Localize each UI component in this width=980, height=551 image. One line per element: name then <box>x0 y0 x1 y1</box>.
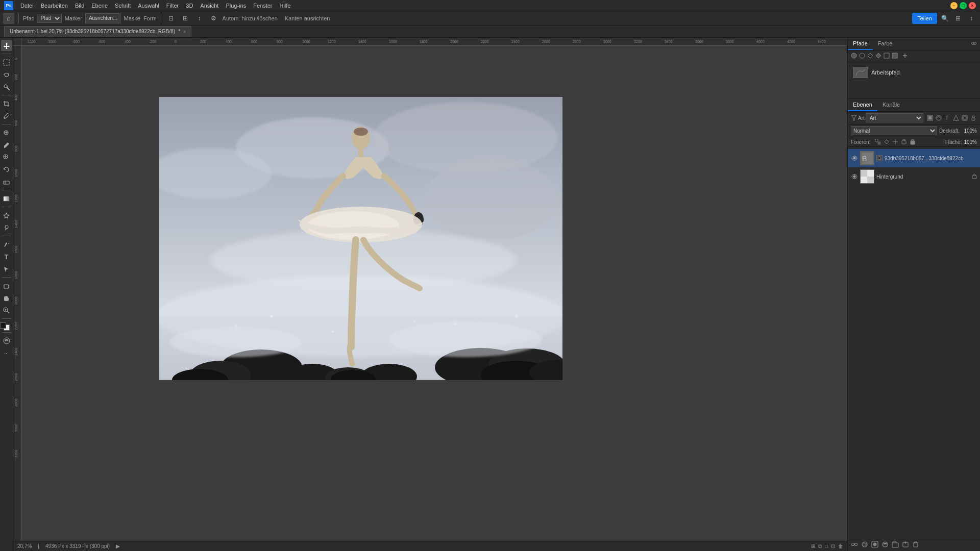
svg-point-12 <box>4 117 6 118</box>
panel-icon-chain <box>971 40 977 47</box>
settings-icon[interactable]: ⚙ <box>208 13 219 24</box>
menu-schrift[interactable]: Schrift <box>112 2 134 10</box>
eyedropper-tool[interactable] <box>1 110 12 121</box>
dodge-tool[interactable] <box>1 222 12 233</box>
gradient-tool[interactable] <box>1 193 12 204</box>
svg-text:fx: fx <box>864 542 868 547</box>
ausrichten-button[interactable]: Ausrichten... <box>85 13 121 23</box>
crop-tool[interactable] <box>1 98 12 109</box>
move-tool[interactable] <box>1 40 12 51</box>
svg-marker-0 <box>4 42 10 49</box>
arrange-icon[interactable]: ⊞ <box>952 13 964 24</box>
paths-tab[interactable]: Pfade <box>848 38 873 50</box>
menu-hilfe[interactable]: Hilfe <box>276 2 293 10</box>
quick-mask-button[interactable] <box>1 335 12 346</box>
kanaele-tab[interactable]: Kanäle <box>877 99 905 111</box>
rotate-icon[interactable]: ↕ <box>194 13 205 24</box>
menu-bild[interactable]: Bild <box>72 2 87 10</box>
transform-icon[interactable]: ⊞ <box>180 13 191 24</box>
brush-tool[interactable] <box>1 139 12 151</box>
clone-tool[interactable] <box>1 152 12 163</box>
menu-filter[interactable]: Filter <box>163 2 182 10</box>
menu-3d[interactable]: 3D <box>183 2 196 10</box>
svg-text:200: 200 <box>14 74 18 80</box>
layer-row-smart-object[interactable]: B 93db395218b057...330cfde8922cb <box>848 149 980 167</box>
path-square2-icon <box>892 53 898 60</box>
menu-ebene[interactable]: Ebene <box>88 2 111 10</box>
home-button[interactable]: ⌂ <box>3 13 14 24</box>
lock-position-icon[interactable] <box>892 138 899 145</box>
canvas-viewport[interactable] <box>21 46 847 541</box>
menu-fenster[interactable]: Fenster <box>250 2 275 10</box>
new-layer-icon[interactable] <box>902 541 909 549</box>
menu-bearbeiten[interactable]: Bearbeiten <box>38 2 71 10</box>
status-arrow[interactable]: ▶ <box>116 543 120 549</box>
statusbar-icon-3[interactable]: □ <box>825 543 828 549</box>
menu-datei[interactable]: Datei <box>17 2 37 10</box>
path-group: Pfad Pfad <box>23 14 62 23</box>
layer-1-visibility[interactable] <box>851 155 858 162</box>
pixel-layer-icon[interactable] <box>926 114 934 121</box>
share-button[interactable]: Teilen <box>912 13 937 24</box>
lock-transparent-icon[interactable] <box>874 138 881 145</box>
pen-tool[interactable] <box>1 239 12 250</box>
lock-all-icon[interactable] <box>909 138 916 145</box>
zoom-tool[interactable] <box>1 305 12 316</box>
layer-2-visibility[interactable] <box>851 173 858 180</box>
lasso-tool[interactable] <box>1 69 12 80</box>
shape-layer-icon[interactable] <box>952 114 960 121</box>
lock-pixels-icon[interactable] <box>883 138 890 145</box>
maximize-button[interactable]: □ <box>960 2 967 9</box>
new-group-icon[interactable] <box>892 541 899 549</box>
zoom-icon[interactable]: ↕ <box>966 13 977 24</box>
add-effect-icon[interactable]: fx <box>861 541 868 549</box>
shape-tool[interactable] <box>1 280 12 291</box>
statusbar-icon-2[interactable]: ⧉ <box>818 543 822 549</box>
menu-plugins[interactable]: Plug-ins <box>223 2 249 10</box>
link-layers-icon[interactable] <box>851 541 858 549</box>
type-tool[interactable]: T <box>1 251 12 262</box>
blur-tool[interactable] <box>1 210 12 221</box>
add-mask-icon[interactable] <box>871 541 878 549</box>
foreground-color[interactable] <box>0 322 6 329</box>
adjustment-layer-icon[interactable] <box>935 114 942 121</box>
eraser-tool[interactable] <box>1 176 12 187</box>
blend-mode-select[interactable]: Normal <box>851 126 937 135</box>
svg-text:2400: 2400 <box>14 347 18 356</box>
main-area: T <box>0 38 980 551</box>
close-button[interactable]: × <box>969 2 976 9</box>
statusbar-icon-4[interactable]: ⊡ <box>831 543 835 549</box>
statusbar-icon-5[interactable]: 🗑 <box>838 543 843 549</box>
layer-row-background[interactable]: Hintergrund <box>848 167 980 186</box>
delete-layer-icon[interactable] <box>912 541 919 549</box>
document-tab[interactable]: Unbenannt-1 bei 20,7% (93db395218b057271… <box>4 26 191 37</box>
svg-point-88 <box>425 158 557 240</box>
minimize-button[interactable]: − <box>950 2 958 9</box>
menu-ansicht[interactable]: Ansicht <box>197 2 222 10</box>
layer-kind-select[interactable]: Art <box>866 113 923 122</box>
rectangle-select-tool[interactable] <box>1 57 12 68</box>
more-tools-button[interactable]: ··· <box>1 347 12 359</box>
farbe-tab[interactable]: Farbe <box>873 38 898 50</box>
square-select-icon[interactable]: ⊡ <box>165 13 177 24</box>
search-icon[interactable]: 🔍 <box>939 13 950 24</box>
menu-auswahl[interactable]: Auswahl <box>135 2 162 10</box>
arbeitspfad-item[interactable]: Arbeitspfad <box>851 65 977 80</box>
path-select-tool[interactable] <box>1 263 12 274</box>
lock-artboard-icon[interactable] <box>900 138 908 145</box>
magic-wand-tool[interactable] <box>1 81 12 92</box>
new-fill-layer-icon[interactable] <box>881 541 889 549</box>
spot-heal-tool[interactable] <box>1 127 12 138</box>
tool-sep-8 <box>2 318 11 319</box>
ebenen-tab[interactable]: Ebenen <box>848 99 877 111</box>
smart-object-icon[interactable] <box>961 114 968 121</box>
svg-text:0: 0 <box>175 40 177 43</box>
history-brush-tool[interactable] <box>1 164 12 175</box>
statusbar-icon-1[interactable]: ⊞ <box>811 543 815 549</box>
lock-layer-icon[interactable] <box>970 114 977 121</box>
tab-close-button[interactable]: × <box>183 29 186 34</box>
tab-filename: Unbenannt-1 bei 20,7% (93db395218b057271… <box>10 29 175 34</box>
path-select[interactable]: Pfad <box>37 14 62 23</box>
hand-tool[interactable] <box>1 292 12 304</box>
type-layer-icon[interactable]: T <box>944 114 951 121</box>
